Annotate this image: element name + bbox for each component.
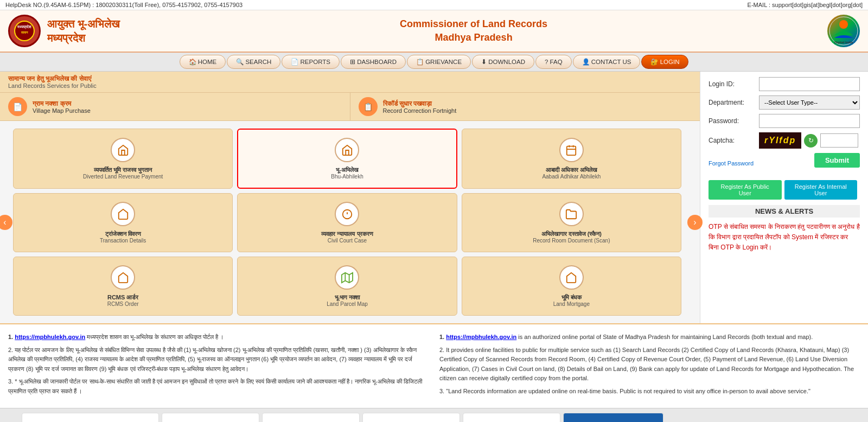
announcement-1[interactable]: 📄 ग्राम नक्शा क्रम Village Map Purchase (0, 93, 350, 120)
register-public-button[interactable]: Register As Public User (709, 180, 782, 200)
news-alerts-header: NEWS & ALERTS (709, 205, 860, 218)
department-field: Department: --Select User Type-- (709, 95, 860, 110)
svg-text:शासन: शासन (21, 31, 28, 34)
info-left-3: 3. * भू-अभिलेख की जानकारी पोर्टल पर साथ-… (8, 377, 429, 396)
info-right-3: 3. "Land Records information are updated… (439, 387, 860, 397)
announcement-2[interactable]: 📋 रिकॉर्ड सुधार पखवाड़ा Record Correctio… (350, 93, 700, 120)
info-right-2: 2. It provides online facilities to publ… (439, 346, 860, 383)
nav-grievance[interactable]: 📋 GRIEVANCE (407, 55, 471, 69)
password-field: Password: (709, 114, 860, 128)
register-internal-button[interactable]: Register As Internal User (784, 180, 858, 200)
service-icon-transaction (111, 202, 135, 226)
service-transaction[interactable]: ट्रांजेक्शन विवरण Transaction Details (13, 193, 233, 252)
nav-contact[interactable]: 👤 CONTACT US (573, 55, 641, 69)
service-icon-bhu (335, 138, 359, 162)
info-right: 1. https://mpbhulekh.gov.in is an author… (439, 333, 860, 400)
captcha-container: rYIfdp ↻ (759, 132, 858, 149)
service-record-room[interactable]: अभिलेखागार दस्तावेज (स्कैन) Record Room … (462, 193, 681, 252)
info-right-1: 1. https://mpbhulekh.gov.in is an author… (439, 333, 860, 342)
services-area: ‹ व्यपवर्तित भूमि राजस्व भुगतान Diverted… (0, 121, 700, 323)
nav-faq[interactable]: ? FAQ (535, 55, 572, 69)
nav-bar: 🏠 HOME 🔍 SEARCH 📄 REPORTS ⊞ DASHBOARD 📋 … (0, 53, 868, 72)
services-header: सामान्य जन हेतु भूअभिलेख की सेवाएं Land … (0, 72, 700, 93)
svg-text:मध्यप्रदेश: मध्यप्रदेश (17, 24, 31, 29)
captcha-field: Captcha: rYIfdp ↻ (709, 132, 860, 149)
service-icon-house (111, 138, 135, 162)
nav-reports[interactable]: 📄 REPORTS (282, 55, 340, 69)
service-icon-rcms (111, 265, 135, 290)
register-buttons: Register As Public User Register As Inte… (709, 177, 860, 200)
service-icon-aabadi (559, 138, 584, 162)
service-icon-map (335, 265, 359, 290)
news-alerts-section: NEWS & ALERTS OTP से संबाधित समस्या के न… (709, 205, 860, 253)
info-left-2: 2. यह पोर्टल पर आमजन के लिए भू-अभिलेख से… (8, 346, 429, 374)
header-left: मध्यप्रदेश शासन आयुक्त भू-अभिलेख मध्यप्र… (8, 15, 120, 47)
ann-icon-2: 📋 (359, 97, 378, 116)
top-bar: HelpDesk NO.(9.45AM-6.15PM) : 1800203031… (0, 0, 868, 10)
services-grid: व्यपवर्तित भूमि राजस्व भुगतान Diverted L… (3, 124, 692, 321)
login-id-input[interactable] (759, 77, 860, 91)
service-diverted-land[interactable]: व्यपवर्तित भूमि राजस्व भुगतान Diverted L… (13, 129, 233, 189)
digital-india-logo: Digital India (827, 15, 860, 47)
info-left: 1. https://mpbhulekh.gov.in मध्यप्रदेश श… (8, 333, 429, 400)
header-center-title: Commissioner of Land Records Madhya Prad… (400, 17, 547, 44)
nav-home[interactable]: 🏠 HOME (180, 55, 226, 69)
next-arrow[interactable]: › (687, 215, 703, 230)
captcha-input[interactable] (820, 133, 858, 148)
ann-text-2: रिकॉर्ड सुधार पखवाड़ा Record Correction … (383, 100, 457, 114)
department-select[interactable]: --Select User Type-- (759, 95, 860, 110)
service-aabadi[interactable]: आबादी अधिकार अभिलेख Aabadi Adhikar Abhil… (462, 129, 681, 189)
info-section: 1. https://mpbhulekh.gov.in मध्यप्रदेश श… (0, 323, 868, 408)
password-input[interactable] (759, 114, 860, 128)
news-content: OTP से संबाधित समस्या के निराकरण हंतु पट… (709, 222, 860, 253)
footer-logo-friendsofmp[interactable]: MP friends OF MP Overseas Indian Citizen… (22, 413, 159, 422)
service-icon-mortgage (559, 265, 584, 290)
ann-icon-1: 📄 (8, 97, 27, 116)
captcha-refresh-button[interactable]: ↻ (804, 134, 818, 148)
login-id-field: Login ID: (709, 77, 860, 91)
submit-button[interactable]: Submit (814, 153, 860, 168)
service-icon-civil (335, 202, 359, 226)
footer-logo-mpdashboard[interactable]: MP MP DASHBOARD Government of Madhya Pra… (563, 413, 663, 422)
nav-download[interactable]: ⬇ DOWNLOAD (472, 55, 534, 69)
svg-point-4 (839, 20, 848, 29)
login-id-label: Login ID: (709, 80, 755, 88)
info-left-1: 1. https://mpbhulekh.gov.in मध्यप्रदेश श… (8, 333, 429, 342)
email-text: E-MAIL : support[dot]gis[at]begl[dot]org… (748, 2, 863, 8)
footer-logo-loksewa[interactable]: सेवा लोक सेवा प्रबंधन मध्य प्रदेश शासन (362, 413, 460, 422)
ann-text-1: ग्राम नक्शा क्रम Village Map Purchase (33, 100, 91, 114)
helpdesk-text: HelpDesk NO.(9.45AM-6.15PM) : 1800203031… (5, 2, 242, 8)
footer-logos: ‹ MP friends OF MP Overseas Indian Citiz… (0, 408, 868, 422)
nav-dashboard[interactable]: ⊞ DASHBOARD (341, 55, 406, 69)
mp-logo: मध्यप्रदेश शासन (8, 15, 41, 47)
login-panel: Login ID: Department: --Select User Type… (700, 72, 868, 323)
services-panel: सामान्य जन हेतु भूअभिलेख की सेवाएं Land … (0, 72, 700, 323)
main-content: सामान्य जन हेतु भूअभिलेख की सेवाएं Land … (0, 72, 868, 323)
service-civil-court[interactable]: व्यवहार न्यायालय प्रकरण Civil Court Case (237, 193, 457, 252)
department-label: Department: (709, 99, 755, 106)
service-bhu-abhilekh[interactable]: भू-अभिलेख Bhu-Abhilekh (237, 129, 457, 189)
svg-rect-6 (567, 146, 576, 155)
password-label: Password: (709, 117, 755, 125)
forgot-password-link[interactable]: Forgot Password (709, 160, 754, 167)
nav-login[interactable]: 🔐 LOGIN (641, 55, 688, 69)
announcement-row: 📄 ग्राम नक्शा क्रम Village Map Purchase … (0, 93, 700, 121)
footer-logo-indiagov[interactable]: india.gov.in national portal of india (162, 413, 259, 422)
nav-search[interactable]: 🔍 SEARCH (227, 55, 280, 69)
header-title: आयुक्त भू-अभिलेख मध्यप्रदेश (47, 17, 120, 45)
captcha-image: rYIfdp (759, 132, 801, 149)
service-land-mortgage[interactable]: भूमि बंधक Land Mortgage (462, 257, 681, 316)
service-land-parcel[interactable]: भू-भाग नक्शा Land Parcel Map (237, 257, 457, 316)
captcha-label: Captcha: (709, 137, 755, 144)
service-rcms[interactable]: RCMS आर्डर RCMS Order (13, 257, 233, 316)
service-icon-record (559, 202, 584, 226)
footer-logo-mpidc[interactable]: MPIDC Madhya Pradesh Industrial (262, 413, 360, 422)
services-label: सामान्य जन हेतु भूअभिलेख की सेवाएं Land … (8, 75, 97, 89)
svg-text:Digital India: Digital India (834, 41, 853, 44)
header: मध्यप्रदेश शासन आयुक्त भू-अभिलेख मध्यप्र… (0, 10, 868, 53)
svg-marker-13 (342, 272, 353, 282)
footer-logo-mpcode[interactable]: कोड एम.पी. कोड म. प्र. शासन (463, 413, 560, 422)
